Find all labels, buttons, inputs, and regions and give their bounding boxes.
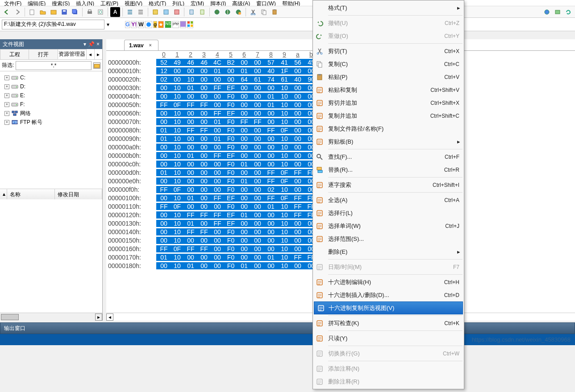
php-icon[interactable]: php <box>172 21 179 28</box>
copy-icon[interactable] <box>259 7 269 17</box>
context-menu-item[interactable]: 选择单词(W)Ctrl+J <box>313 219 464 232</box>
context-menu-item[interactable]: 十六进制复制所选视图(V) <box>314 301 463 314</box>
menu-item[interactable]: 格式(T) <box>147 0 167 6</box>
context-menu-item[interactable]: 剪切(T)Ctrl+X <box>313 45 464 58</box>
paste-icon[interactable] <box>270 7 279 17</box>
save-icon[interactable] <box>59 7 69 17</box>
forward-icon[interactable] <box>12 7 22 17</box>
menu-item[interactable]: 高级(A) <box>231 0 251 6</box>
tree-node[interactable]: +FTPFTP 帐号 <box>2 118 100 127</box>
context-menu-item[interactable]: 选择行(L) <box>313 206 464 219</box>
context-menu-item[interactable]: 复制文件路径/名称(F) <box>313 122 464 135</box>
browse-icon[interactable] <box>93 62 100 69</box>
tool1-icon[interactable] <box>150 7 160 17</box>
context-menu[interactable]: 格式(T)▸撤销(U)Ctrl+Z重做(O)Ctrl+Y剪切(T)Ctrl+X复… <box>312 0 464 389</box>
close-icon[interactable]: × <box>96 41 100 47</box>
context-menu-item[interactable]: 剪贴板(B)▸ <box>313 135 464 148</box>
new-icon[interactable] <box>27 7 37 17</box>
context-menu-item[interactable]: 粘贴(P)Ctrl+V <box>313 70 464 83</box>
wiki-icon[interactable]: W <box>138 21 144 28</box>
tab-nav-right[interactable]: ▸ <box>94 49 102 59</box>
google-icon[interactable]: G <box>125 21 130 28</box>
web-icon[interactable] <box>542 7 552 17</box>
cut-icon[interactable] <box>248 7 258 17</box>
font-icon[interactable]: A <box>110 7 120 17</box>
tool3-icon[interactable] <box>172 7 182 17</box>
app2-icon[interactable]: ★ <box>158 21 164 28</box>
tree-node[interactable]: +C: <box>2 73 100 82</box>
tree-node[interactable]: +D: <box>2 82 100 91</box>
context-menu-item[interactable]: 十六进制插入/删除(D)...Ctrl+D <box>313 289 464 301</box>
list-icon[interactable] <box>125 7 135 17</box>
globe3-icon[interactable] <box>233 7 243 17</box>
close-tab-icon[interactable]: × <box>147 42 154 49</box>
context-menu-item[interactable]: 十六进制编辑(H)Ctrl+H <box>313 276 464 289</box>
menu-item[interactable]: 宏(M) <box>189 0 205 6</box>
tab-explorer[interactable]: 资源管理器 <box>58 49 87 59</box>
list2-icon[interactable] <box>136 7 146 17</box>
tab-open[interactable]: 打开 <box>29 49 58 59</box>
preview-icon[interactable] <box>96 7 105 17</box>
menu-item[interactable]: 脚本(I) <box>209 0 227 6</box>
menu-item[interactable]: 搜索(S) <box>50 0 71 6</box>
tool2-icon[interactable] <box>161 7 171 17</box>
panel-hscroll[interactable]: ▸ <box>0 313 102 321</box>
open-icon[interactable] <box>38 7 48 17</box>
pic-icon[interactable] <box>553 7 562 17</box>
svg-rect-40 <box>12 103 18 106</box>
menu-item[interactable]: 窗口(W) <box>255 0 277 6</box>
doc1-icon[interactable] <box>187 7 196 17</box>
menu-item[interactable]: 工程(P) <box>99 0 120 6</box>
context-menu-item[interactable]: 复制(C)Ctrl+C <box>313 58 464 70</box>
folder-tree[interactable]: +C:+D:+E:+F:+网络+FTPFTP 帐号 <box>0 71 102 132</box>
column-name[interactable]: 名称 <box>7 189 55 199</box>
path-input[interactable] <box>2 20 104 29</box>
tree-node[interactable]: +网络 <box>2 109 100 118</box>
explorer-icon[interactable] <box>49 7 58 17</box>
context-menu-item[interactable]: 替换(R)...Ctrl+R <box>313 163 464 176</box>
pin-icon[interactable]: 📌 <box>88 41 95 47</box>
tab-project[interactable]: 工程 <box>0 49 29 59</box>
context-menu-item[interactable]: 只读(Y) <box>313 332 464 345</box>
back-icon[interactable] <box>2 7 12 17</box>
globe1-icon[interactable] <box>212 7 222 17</box>
menu-item[interactable]: 列(L) <box>171 0 186 6</box>
ie-icon[interactable] <box>145 21 152 28</box>
context-menu-item[interactable]: 全选(A)Ctrl+A <box>313 194 464 206</box>
tree-label: 网络 <box>20 109 31 118</box>
context-menu-item[interactable]: 查找(F)...Ctrl+F <box>313 150 464 163</box>
globe2-icon[interactable] <box>223 7 233 17</box>
menu-item[interactable]: 插入(N) <box>75 0 96 6</box>
menubar[interactable]: 文件(F)编辑(E)搜索(S)插入(N)工程(P)视图(V)格式(T)列(L)宏… <box>0 0 575 6</box>
context-menu-item[interactable]: 选择范围(S)... <box>313 232 464 245</box>
app3-icon[interactable]: NS <box>165 21 171 28</box>
tree-node[interactable]: +E: <box>2 91 100 100</box>
context-menu-item[interactable]: 删除(E)▸ <box>313 245 464 258</box>
column-date[interactable]: 修改日期 <box>55 189 103 199</box>
context-menu-item[interactable]: 逐字搜索Ctrl+Shift+I <box>313 178 464 191</box>
context-menu-item[interactable]: 复制并追加Ctrl+Shift+C <box>313 109 464 122</box>
yahoo-icon[interactable]: Y! <box>131 21 137 28</box>
tree-node[interactable]: +F: <box>2 100 100 109</box>
context-menu-item[interactable]: 格式(T)▸ <box>313 1 464 14</box>
save-all-icon[interactable] <box>70 7 80 17</box>
dropdown-icon[interactable]: ▾ <box>83 41 86 47</box>
menu-item[interactable]: 视图(V) <box>123 0 144 6</box>
tab-nav-left[interactable]: ◂ <box>86 49 94 59</box>
file-tab[interactable]: 1.wav × <box>124 40 158 50</box>
menu-item[interactable]: 文件(F) <box>3 0 23 6</box>
context-menu-item[interactable]: 剪切并追加Ctrl+Shift+X <box>313 96 464 109</box>
menu-item[interactable]: 帮助(H) <box>281 0 302 6</box>
doc2-icon[interactable] <box>197 7 207 17</box>
context-menu-item[interactable]: 拼写检查(K)Ctrl+K <box>313 317 464 330</box>
menu-item[interactable]: 编辑(E) <box>26 0 47 6</box>
app4-icon[interactable] <box>180 21 186 28</box>
context-menu-item[interactable]: 粘贴和复制Ctrl+Shift+V <box>313 83 464 96</box>
app1-icon[interactable]: φ <box>153 21 158 28</box>
svg-rect-31 <box>188 25 190 27</box>
sort-icon[interactable]: ▴ <box>0 189 7 199</box>
refresh-icon[interactable] <box>563 7 573 17</box>
print-icon[interactable] <box>85 7 95 17</box>
filter-input[interactable] <box>16 61 92 70</box>
win-icon[interactable] <box>187 21 193 28</box>
